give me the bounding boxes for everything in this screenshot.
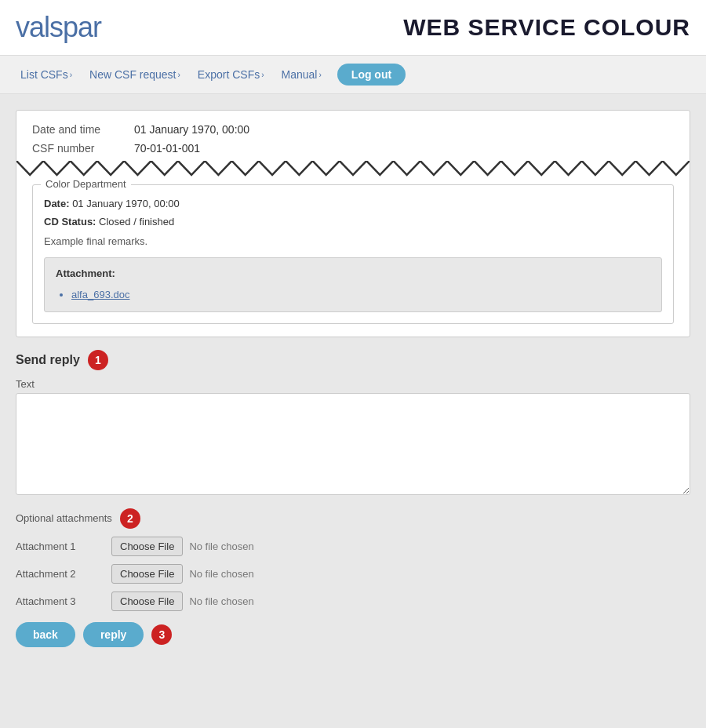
attachment-file-link[interactable]: alfa_693.doc xyxy=(71,287,650,304)
file-input-2: Choose File No file chosen xyxy=(111,564,254,584)
logo: valspar xyxy=(16,11,101,44)
nav-export-csfs[interactable]: Export CSFs › xyxy=(193,65,269,84)
choose-file-btn-2[interactable]: Choose File xyxy=(111,564,183,584)
file-input-1: Choose File No file chosen xyxy=(111,537,254,556)
attachment-row-3: Attachment 3 Choose File No file chosen xyxy=(16,592,690,611)
color-dept-content: Date: 01 January 1970, 00:00 CD Status: … xyxy=(44,196,662,312)
csf-label: CSF number xyxy=(32,142,134,155)
file-input-3: Choose File No file chosen xyxy=(111,592,254,611)
attachment-row-1: Attachment 1 Choose File No file chosen xyxy=(16,537,690,556)
nav-manual[interactable]: Manual › xyxy=(277,65,326,84)
no-file-text-3: No file chosen xyxy=(189,595,253,607)
info-card: Date and time 01 January 1970, 00:00 CSF… xyxy=(16,110,690,337)
back-button[interactable]: back xyxy=(16,622,75,647)
attachment-3-label: Attachment 3 xyxy=(16,595,102,607)
optional-attachments-section: Optional attachments 2 Attachment 1 Choo… xyxy=(16,508,690,611)
logout-button[interactable]: Log out xyxy=(337,64,406,86)
header: valspar WEB SERVICE COLOUR xyxy=(0,0,706,56)
nav-list-csfs[interactable]: List CSFs › xyxy=(16,65,77,84)
text-label: Text xyxy=(16,378,690,390)
attachment-label: Attachment: xyxy=(56,266,650,282)
no-file-text-1: No file chosen xyxy=(189,541,253,552)
chevron-icon: › xyxy=(178,71,180,79)
optional-attachments-header: Optional attachments 2 xyxy=(16,508,690,529)
badge-1: 1 xyxy=(88,350,108,370)
color-dept-legend: Color Department xyxy=(41,178,131,190)
zigzag-divider xyxy=(16,161,690,177)
navigation: List CSFs › New CSF request › Export CSF… xyxy=(0,56,706,94)
main-content: Date and time 01 January 1970, 00:00 CSF… xyxy=(0,94,706,663)
reply-button[interactable]: reply xyxy=(83,622,144,647)
chevron-icon: › xyxy=(318,71,321,79)
csf-value: 70-01-01-001 xyxy=(134,142,200,155)
badge-2: 2 xyxy=(120,508,140,529)
no-file-text-2: No file chosen xyxy=(189,568,253,580)
cd-status-field: CD Status: Closed / finished xyxy=(44,214,662,231)
color-dept-attachment-area: Attachment: alfa_693.doc xyxy=(44,257,662,312)
info-row-date: Date and time 01 January 1970, 00:00 xyxy=(32,123,674,136)
color-dept-box: Color Department Date: 01 January 1970, … xyxy=(32,184,674,324)
date-value: 01 January 1970, 00:00 xyxy=(134,123,249,136)
choose-file-btn-1[interactable]: Choose File xyxy=(111,537,183,556)
attachment-2-label: Attachment 2 xyxy=(16,568,102,580)
cd-remarks: Example final remarks. xyxy=(44,234,662,250)
nav-new-csf[interactable]: New CSF request › xyxy=(85,65,185,84)
attachment-1-label: Attachment 1 xyxy=(16,541,102,552)
reply-textarea[interactable] xyxy=(16,393,690,495)
optional-attachments-label: Optional attachments xyxy=(16,512,112,524)
send-reply-title: Send reply xyxy=(16,353,80,367)
send-reply-section: Send reply 1 Text xyxy=(16,350,690,497)
send-reply-header: Send reply 1 xyxy=(16,350,690,370)
bottom-buttons: back reply 3 xyxy=(16,622,690,647)
chevron-icon: › xyxy=(70,71,72,79)
badge-3: 3 xyxy=(151,624,172,645)
cd-date-field: Date: 01 January 1970, 00:00 xyxy=(44,196,662,213)
header-title: WEB SERVICE COLOUR xyxy=(403,14,690,41)
date-label: Date and time xyxy=(32,123,134,136)
choose-file-btn-3[interactable]: Choose File xyxy=(111,592,183,611)
attachment-row-2: Attachment 2 Choose File No file chosen xyxy=(16,564,690,584)
info-row-csf: CSF number 70-01-01-001 xyxy=(32,142,674,155)
chevron-icon: › xyxy=(261,71,264,79)
